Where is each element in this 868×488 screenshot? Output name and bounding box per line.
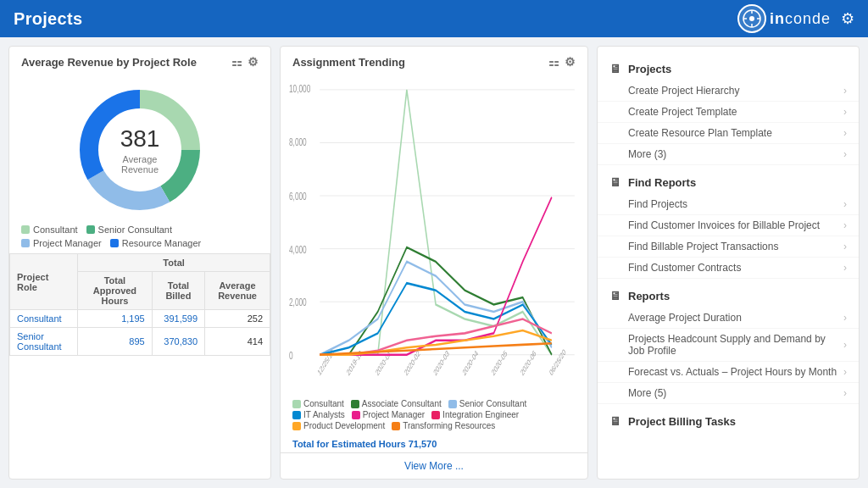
left-panel-actions[interactable]: ⚏ ⚙ — [231, 55, 259, 69]
dot-consultant — [292, 400, 301, 408]
line-chart-area: 10,000 8,000 6,000 4,000 2,000 0 12/25/1… — [281, 75, 587, 394]
rp-section-billing: 🖥 Project Billing Tasks — [598, 408, 859, 433]
logo: inconde — [737, 4, 831, 33]
rp-section-reports: 🖥 Reports Average Project Duration › Pro… — [598, 282, 859, 404]
chevron-icon: › — [843, 339, 847, 351]
rp-item-create-hierarchy[interactable]: Create Project Hierarchy › — [598, 80, 859, 102]
rp-section-find-reports: 🖥 Find Reports Find Projects › Find Cust… — [598, 169, 859, 279]
svg-text:6,000: 6,000 — [289, 190, 307, 202]
legend-color-consultant — [21, 225, 30, 234]
legend-color-pm — [21, 239, 30, 247]
billed-senior[interactable]: 370,830 — [152, 328, 204, 356]
filter-icon-mid[interactable]: ⚏ — [548, 55, 559, 69]
rp-item-find-invoices[interactable]: Find Customer Invoices for Billable Proj… — [598, 215, 859, 236]
legend-label-consultant: Consultant — [33, 225, 78, 235]
chevron-icon: › — [843, 198, 847, 210]
svg-text:06/25/20: 06/25/20 — [548, 347, 567, 378]
chart-total-value: 71,570 — [409, 439, 437, 449]
legend-pm: Project Manager — [352, 410, 425, 419]
legend-item-rm: Resource Manager — [110, 238, 202, 248]
chevron-icon: › — [843, 219, 847, 231]
role-senior[interactable]: Senior Consultant — [10, 328, 78, 356]
chevron-icon: › — [843, 106, 847, 118]
middle-panel: Assignment Trending ⚏ ⚙ 10,000 8,000 6,0… — [280, 46, 588, 480]
legend-product: Product Development — [292, 421, 385, 430]
legend-item-consultant: Consultant — [21, 225, 78, 235]
svg-text:10,000: 10,000 — [289, 82, 310, 94]
settings-icon-left[interactable]: ⚙ — [248, 55, 259, 69]
svg-text:2020-05: 2020-05 — [490, 348, 509, 378]
chevron-icon: › — [843, 312, 847, 324]
donut-chart-area: 381 Average Revenue — [9, 75, 270, 221]
rp-item-find-projects[interactable]: Find Projects › — [598, 194, 859, 215]
donut-value: 381 — [106, 125, 174, 152]
billed-consultant[interactable]: 391,599 — [152, 310, 204, 328]
legend-senior: Senior Consultant — [448, 399, 527, 408]
legend-item-pm: Project Manager — [21, 238, 102, 248]
rp-item-avg-duration[interactable]: Average Project Duration › — [598, 308, 859, 329]
table-row: Consultant 1,195 391,599 252 — [10, 310, 270, 328]
svg-text:2020-04: 2020-04 — [461, 348, 480, 378]
svg-text:0: 0 — [289, 349, 293, 361]
dot-senior — [448, 400, 457, 408]
svg-text:2020-06: 2020-06 — [519, 348, 537, 378]
donut-label: Average Revenue — [106, 154, 174, 175]
chart-legend: Consultant Senior Consultant Project Man… — [9, 221, 270, 253]
settings-icon[interactable]: ⚙ — [841, 9, 854, 28]
find-reports-section-icon: 🖥 — [609, 175, 621, 189]
rp-section-reports-header: 🖥 Reports — [598, 282, 859, 308]
rp-item-more-reports[interactable]: More (5) › — [598, 383, 859, 404]
project-role-table: Project Role Total Total Approved Hours … — [9, 253, 270, 356]
rp-projects-title: Projects — [628, 63, 671, 75]
rp-item-find-contracts[interactable]: Find Customer Contracts › — [598, 258, 859, 279]
table-container: Project Role Total Total Approved Hours … — [9, 253, 270, 359]
rp-item-create-template[interactable]: Create Project Template › — [598, 102, 859, 123]
legend-it: IT Analysts — [292, 410, 345, 419]
reports-section-icon: 🖥 — [609, 289, 621, 302]
rp-section-billing-header: 🖥 Project Billing Tasks — [598, 408, 859, 433]
hours-consultant[interactable]: 1,195 — [78, 310, 152, 328]
left-panel-title: Average Revenue by Project Role — [21, 56, 197, 69]
dot-assoc — [351, 400, 359, 408]
left-panel-header: Average Revenue by Project Role ⚏ ⚙ — [9, 47, 270, 75]
settings-icon-mid[interactable]: ⚙ — [565, 55, 576, 69]
logo-text: inconde — [770, 10, 831, 28]
chart-legend-mid: Consultant Associate Consultant Senior C… — [281, 394, 587, 435]
projects-section-icon: 🖥 — [609, 62, 621, 75]
main-content: Average Revenue by Project Role ⚏ ⚙ 381 — [0, 37, 868, 488]
header-right: inconde ⚙ — [737, 4, 854, 33]
middle-panel-header: Assignment Trending ⚏ ⚙ — [281, 47, 587, 75]
chevron-icon: › — [843, 148, 847, 160]
legend-consultant: Consultant — [292, 399, 344, 408]
rp-item-forecast[interactable]: Forecast vs. Actuals – Project Hours by … — [598, 362, 859, 383]
right-panel: 🖥 Projects Create Project Hierarchy › Cr… — [597, 46, 860, 480]
rp-item-find-transactions[interactable]: Find Billable Project Transactions › — [598, 236, 859, 258]
rp-item-headcount[interactable]: Projects Headcount Supply and Demand by … — [598, 329, 859, 362]
legend-label-rm: Resource Manager — [122, 238, 202, 248]
dot-pm — [352, 411, 360, 419]
rp-find-reports-title: Find Reports — [628, 176, 696, 189]
view-more-button[interactable]: View More ... — [281, 452, 587, 479]
donut-center: 381 Average Revenue — [106, 125, 174, 175]
rp-billing-title: Project Billing Tasks — [628, 415, 736, 428]
role-consultant[interactable]: Consultant — [10, 310, 78, 328]
logo-icon — [743, 9, 761, 28]
rp-item-resource-plan[interactable]: Create Resource Plan Template › — [598, 123, 859, 144]
col-total-billed: Total Billed — [152, 272, 204, 310]
col-project-role: Project Role — [10, 254, 78, 310]
dot-transform — [392, 422, 400, 430]
chevron-icon: › — [843, 241, 847, 252]
legend-item-senior-consultant: Senior Consultant — [86, 225, 172, 235]
col-avg-revenue: Average Revenue — [205, 272, 270, 310]
legend-assoc: Associate Consultant — [351, 399, 442, 408]
page-title: Projects — [14, 9, 82, 29]
legend-label-pm: Project Manager — [33, 238, 102, 248]
hours-senior[interactable]: 895 — [78, 328, 152, 356]
dot-it — [292, 411, 301, 419]
middle-panel-actions[interactable]: ⚏ ⚙ — [548, 55, 576, 69]
rp-item-more-projects[interactable]: More (3) › — [598, 144, 859, 165]
filter-icon[interactable]: ⚏ — [231, 55, 242, 69]
rp-section-find-reports-header: 🖥 Find Reports — [598, 169, 859, 194]
dot-product — [292, 422, 301, 430]
svg-point-1 — [749, 16, 754, 21]
